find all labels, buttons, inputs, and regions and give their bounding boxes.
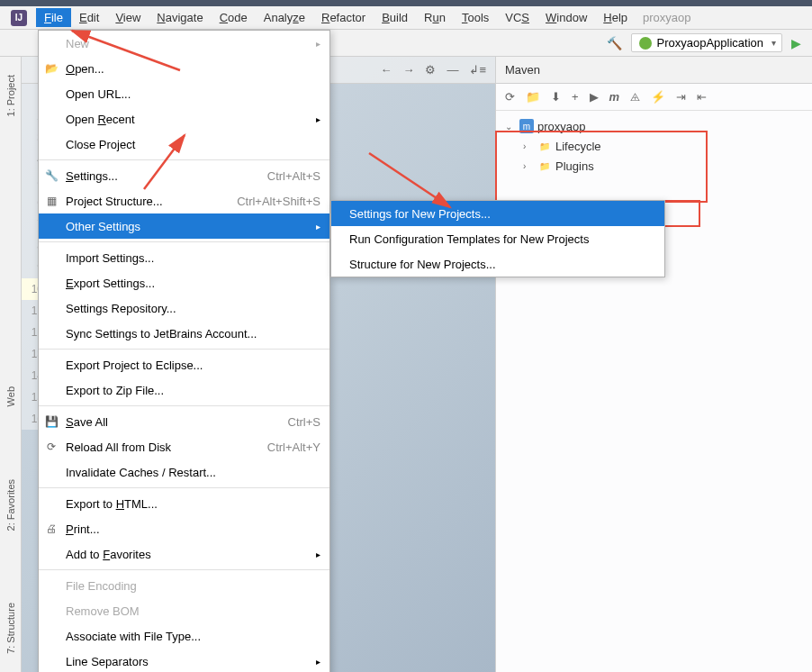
menu-view[interactable]: View [107, 8, 149, 27]
menu-item-save-all[interactable]: 💾Save AllCtrl+S [39, 409, 329, 434]
maven-module-icon: m [519, 119, 534, 133]
maven-tree: ⌄ m proxyaop › 📁 Lifecycle › 📁 Plugins [496, 111, 812, 181]
maven-toolbar: ⟳ 📁 ⬇ + ▶ m ⨹ ⚡ ⇥ ⇤ [496, 84, 812, 111]
project-name: proxyaop [643, 11, 690, 24]
chevron-right-icon: › [523, 141, 534, 151]
menu-item-print[interactable]: 🖨Print... [39, 516, 329, 541]
run-config-selector[interactable]: ProxyaopApplication [631, 33, 782, 52]
menu-item-other-settings[interactable]: Other Settings▸ [39, 213, 329, 239]
wrap-icon[interactable]: ↲≡ [469, 63, 486, 77]
menu-item-import-settings[interactable]: Import Settings... [39, 245, 329, 270]
chevron-right-icon: › [523, 161, 534, 171]
menu-item-associate-with-file-type[interactable]: Associate with File Type... [39, 623, 329, 649]
menu-refactor[interactable]: Refactor [313, 8, 374, 27]
gear-icon[interactable]: ⚙ [425, 63, 436, 77]
offline-icon[interactable]: ⚡ [651, 90, 665, 104]
tab-structure[interactable]: 7: Structure [5, 603, 16, 654]
run-maven-icon[interactable]: ▶ [590, 90, 599, 104]
menu-item-sync-settings-to-jetbrains-account[interactable]: Sync Settings to JetBrains Account... [39, 321, 329, 346]
submenu-item-settings-for-new-projects[interactable]: Settings for New Projects... [331, 201, 664, 226]
submenu-item-run-configuration-templates-for-new-projects[interactable]: Run Configuration Templates for New Proj… [331, 226, 664, 251]
nav-fwd-icon[interactable]: → [402, 63, 414, 77]
menu-item-settings[interactable]: 🔧Settings...Ctrl+Alt+S [39, 163, 329, 188]
tab-favorites[interactable]: 2: Favorites [5, 479, 16, 531]
menubar: IJ File Edit View Navigate Code Analyze … [0, 6, 812, 30]
menu-build[interactable]: Build [374, 8, 416, 27]
file-dropdown: New▸📂Open...Open URL...Open Recent▸Close… [38, 30, 330, 672]
menu-file[interactable]: File [36, 8, 71, 27]
menu-item-line-separators[interactable]: Line Separators▸ [39, 649, 329, 672]
menu-item-new: New▸ [39, 31, 329, 56]
nav-back-icon[interactable]: ← [380, 63, 392, 77]
menu-edit[interactable]: Edit [71, 8, 107, 27]
menu-item-file-encoding: File Encoding [39, 573, 329, 598]
add-icon[interactable]: + [572, 90, 579, 104]
m-icon[interactable]: m [609, 90, 620, 104]
chevron-down-icon: ⌄ [505, 122, 516, 132]
download-icon[interactable]: ⬇ [551, 90, 561, 104]
menu-code[interactable]: Code [212, 8, 256, 27]
expand-icon[interactable]: ⇤ [697, 90, 707, 104]
app-icon: IJ [11, 10, 27, 26]
tree-lifecycle[interactable]: › 📁 Lifecycle [523, 136, 803, 156]
build-icon[interactable]: 🔨 [607, 36, 622, 50]
menu-item-export-project-to-eclipse[interactable]: Export Project to Eclipse... [39, 352, 329, 377]
run-config-label: ProxyaopApplication [656, 36, 763, 50]
generate-icon[interactable]: 📁 [526, 90, 540, 104]
collapse-icon[interactable]: ⇥ [676, 90, 686, 104]
menu-analyze[interactable]: Analyze [256, 8, 313, 27]
menu-item-close-project[interactable]: Close Project [39, 132, 329, 157]
menu-item-settings-repository[interactable]: Settings Repository... [39, 295, 329, 321]
menu-item-open[interactable]: 📂Open... [39, 56, 329, 81]
folder-icon: 📁 [537, 159, 552, 173]
menu-item-remove-bom: Remove BOM [39, 598, 329, 623]
menu-help[interactable]: Help [595, 8, 636, 27]
left-sidebar: 1: Project Web 2: Favorites 7: Structure [0, 57, 22, 672]
run-button[interactable]: ▶ [791, 36, 801, 50]
maven-panel: Maven ⟳ 📁 ⬇ + ▶ m ⨹ ⚡ ⇥ ⇤ ⌄ m proxyaop ›… [495, 57, 812, 672]
menu-item-open-url[interactable]: Open URL... [39, 81, 329, 106]
menu-item-export-to-zip-file[interactable]: Export to Zip File... [39, 377, 329, 403]
minimize-icon[interactable]: — [447, 63, 458, 77]
menu-item-open-recent[interactable]: Open Recent▸ [39, 106, 329, 132]
spring-icon [639, 37, 652, 50]
tab-web[interactable]: Web [5, 386, 16, 406]
refresh-icon[interactable]: ⟳ [505, 90, 515, 104]
menu-item-add-to-favorites[interactable]: Add to Favorites▸ [39, 541, 329, 567]
menu-item-reload-all-from-disk[interactable]: ⟳Reload All from DiskCtrl+Alt+Y [39, 434, 329, 459]
skip-tests-icon[interactable]: ⨹ [630, 90, 640, 104]
tree-root[interactable]: ⌄ m proxyaop [505, 116, 803, 136]
submenu-item-structure-for-new-projects[interactable]: Structure for New Projects... [331, 251, 664, 277]
menu-run[interactable]: Run [416, 8, 454, 27]
tree-plugins[interactable]: › 📁 Plugins [523, 156, 803, 176]
other-settings-submenu: Settings for New Projects...Run Configur… [330, 200, 665, 277]
menu-tools[interactable]: Tools [454, 8, 497, 27]
folder-icon: 📁 [537, 139, 552, 153]
menu-navigate[interactable]: Navigate [149, 8, 211, 27]
maven-header: Maven [496, 57, 812, 84]
menu-vcs[interactable]: VCS [497, 8, 537, 27]
menu-item-export-to-html[interactable]: Export to HTML... [39, 491, 329, 516]
menu-window[interactable]: Window [537, 8, 595, 27]
tab-project[interactable]: 1: Project [5, 75, 16, 116]
menu-item-invalidate-caches-restart[interactable]: Invalidate Caches / Restart... [39, 459, 329, 485]
menu-item-project-structure[interactable]: ▦Project Structure...Ctrl+Alt+Shift+S [39, 188, 329, 213]
menu-item-export-settings[interactable]: Export Settings... [39, 270, 329, 295]
